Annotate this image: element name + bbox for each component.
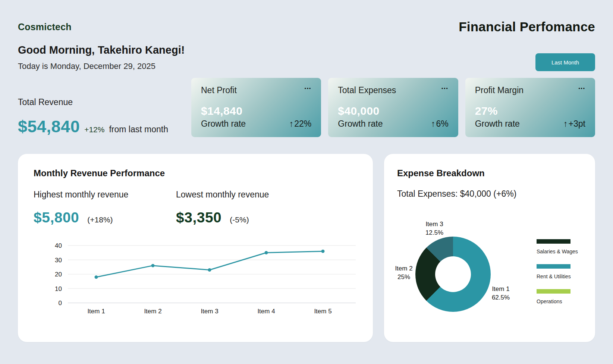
revenue-panel: Monthly Revenue Performance Highest mont… [18,154,373,342]
greeting-block: Good Morning, Takehiro Kanegi! Today is … [18,44,185,71]
svg-text:Item 2: Item 2 [144,308,161,315]
last-month-button[interactable]: Last Month [535,53,595,71]
kpi-growth-value-group: ↑ +3pt [563,119,585,129]
page-title: Financial Perfomance [459,19,595,34]
kpi-row: Total Revenue $54,840 +12% from last mon… [18,78,595,137]
svg-text:30: 30 [55,257,62,264]
legend-swatch-salaries [537,239,570,244]
lowest-revenue-value: $3,350 [176,209,221,226]
kpi-card-header: Net Profit ••• [201,85,311,95]
greeting-row: Good Morning, Takehiro Kanegi! Today is … [18,44,595,71]
kpi-growth-value-group: ↑ 22% [289,119,312,129]
lowest-revenue-stat: Lowest monthly revenue $3,350 (-5%) [176,190,318,226]
legend-swatch-operations [537,289,570,294]
legend-item-operations: Operations [537,289,578,304]
kpi-card-title: Profit Margin [475,85,524,95]
donut-label-item1: Item 1 62.5% [480,285,521,302]
kpi-card-total-expenses: Total Expenses ••• $40,000 Growth rate ↑… [328,78,458,137]
svg-text:40: 40 [55,242,62,249]
kpi-card-title: Net Profit [201,85,237,95]
kpi-card-profit-margin: Profit Margin ••• 27% Growth rate ↑ +3pt [465,78,595,137]
donut-slice-label: Item 2 [383,265,424,273]
donut-slice-percent: 25% [383,273,424,282]
svg-text:10: 10 [55,285,62,292]
total-revenue-line: $54,840 +12% from last month [18,117,184,136]
kpi-growth-value-group: ↑ 6% [431,119,449,129]
top-bar: Cosmictech Financial Perfomance [18,0,595,34]
kpi-growth-label: Growth rate [201,119,246,129]
expense-panel-subtitle: Total Expenses: $40,000 (+6%) [397,189,582,199]
total-revenue-delta-suffix: from last month [109,124,168,134]
legend-label: Operations [537,298,578,304]
kpi-card-header: Profit Margin ••• [475,85,585,95]
total-revenue-label: Total Revenue [18,97,184,107]
highest-revenue-value: $5,800 [34,209,79,226]
lowest-revenue-line: $3,350 (-5%) [176,209,318,226]
svg-text:Item 4: Item 4 [257,308,275,315]
date-text: Today is Monday, December 29, 2025 [18,61,185,71]
donut-hole [435,256,471,292]
legend-item-salaries: Salaries & Wages [537,239,578,254]
up-arrow-icon: ↑ [431,119,436,129]
expense-donut-chart [415,237,491,312]
svg-text:Item 1: Item 1 [87,308,105,315]
expense-panel-title: Expense Breakdown [397,168,582,178]
kpi-growth-row: Growth rate ↑ 6% [338,119,448,129]
highest-revenue-label: Highest monthly revenue [34,190,176,200]
expense-panel: Expense Breakdown Total Expenses: $40,00… [384,154,595,342]
highest-revenue-delta: (+18%) [87,215,113,224]
kpi-growth-row: Growth rate ↑ 22% [201,119,311,129]
kpi-card-value: $14,840 [201,105,311,117]
svg-text:20: 20 [55,271,62,278]
greeting-text: Good Morning, Takehiro Kanegi! [18,44,185,56]
revenue-panel-title: Monthly Revenue Performance [34,168,357,178]
donut-slice-label: Item 3 [414,220,455,229]
ellipsis-menu-icon[interactable]: ••• [441,85,449,92]
revenue-line-chart: 010203040Item 1Item 2Item 3Item 4Item 5 [34,238,357,316]
total-revenue-value: $54,840 [18,117,80,136]
donut-slice-label: Item 1 [480,285,521,294]
legend-swatch-rent [537,264,570,269]
kpi-growth-value: 22% [294,119,311,129]
total-revenue-block: Total Revenue $54,840 +12% from last mon… [18,78,184,137]
legend-label: Rent & Utilities [537,273,578,279]
kpi-growth-row: Growth rate ↑ +3pt [475,119,585,129]
svg-text:Item 3: Item 3 [201,308,218,315]
donut-slice-percent: 62.5% [480,294,521,302]
svg-text:Item 5: Item 5 [314,308,331,315]
main-row: Monthly Revenue Performance Highest mont… [18,154,595,342]
revenue-stats-row: Highest monthly revenue $5,800 (+18%) Lo… [34,190,357,226]
kpi-card-net-profit: Net Profit ••• $14,840 Growth rate ↑ 22% [191,78,321,137]
kpi-growth-value: +3pt [569,119,585,129]
legend-item-rent: Rent & Utilities [537,264,578,279]
highest-revenue-stat: Highest monthly revenue $5,800 (+18%) [34,190,176,226]
kpi-card-value: $40,000 [338,105,448,117]
up-arrow-icon: ↑ [289,119,294,129]
highest-revenue-line: $5,800 (+18%) [34,209,176,226]
kpi-growth-label: Growth rate [475,119,520,129]
donut-label-item3: Item 3 12.5% [414,220,455,237]
ellipsis-menu-icon[interactable]: ••• [578,85,585,92]
kpi-growth-label: Growth rate [338,119,383,129]
lowest-revenue-delta: (-5%) [230,215,249,224]
donut-label-item2: Item 2 25% [383,265,424,282]
kpi-card-value: 27% [475,105,585,117]
donut-legend: Salaries & Wages Rent & Utilities Operat… [537,239,578,304]
dashboard-page: Cosmictech Financial Perfomance Good Mor… [0,0,613,364]
donut-slice-percent: 12.5% [414,229,455,237]
legend-label: Salaries & Wages [537,249,578,254]
kpi-card-title: Total Expenses [338,85,396,95]
kpi-card-header: Total Expenses ••• [338,85,448,95]
lowest-revenue-label: Lowest monthly revenue [176,190,318,200]
total-revenue-delta: +12% [84,125,104,134]
kpi-growth-value: 6% [436,119,448,129]
ellipsis-menu-icon[interactable]: ••• [305,85,312,92]
up-arrow-icon: ↑ [563,119,568,129]
svg-text:0: 0 [59,300,62,307]
brand-logo: Cosmictech [18,22,72,32]
